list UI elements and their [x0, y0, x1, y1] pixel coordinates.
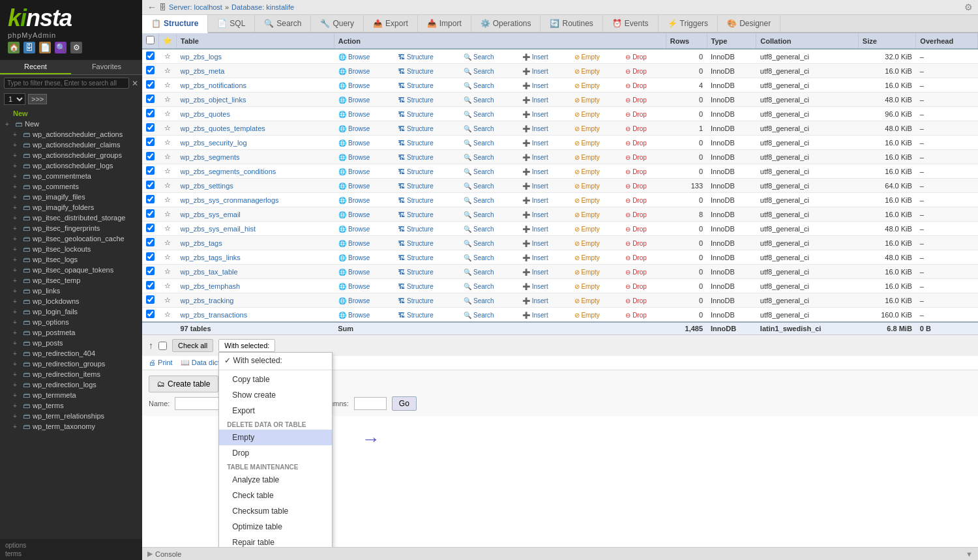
- check-all-button[interactable]: Check all: [172, 339, 213, 352]
- star-icon[interactable]: ☆: [159, 49, 177, 64]
- favorites-tab[interactable]: Favorites: [71, 60, 142, 74]
- tree-item[interactable]: +🗃wp_login_fails: [0, 306, 142, 317]
- tree-item[interactable]: +🗃wp_itsec_logs: [0, 254, 142, 265]
- tree-item[interactable]: +🗃wp_itsec_lockouts: [0, 244, 142, 254]
- star-icon[interactable]: ☆: [159, 78, 177, 93]
- star-icon[interactable]: ☆: [159, 236, 177, 250]
- sidebar-terms[interactable]: terms: [5, 550, 137, 557]
- star-icon[interactable]: ☆: [159, 150, 177, 164]
- dropdown-item-optimize-table[interactable]: Optimize table: [219, 519, 332, 535]
- tree-item[interactable]: +🗃wp_itsec_fingerprints: [0, 223, 142, 233]
- tree-item[interactable]: +🗃wp_itsec_geolocation_cache: [0, 233, 142, 244]
- tree-item[interactable]: +🗃wp_posts: [0, 338, 142, 348]
- tab-events[interactable]: ⏰Events: [603, 15, 659, 32]
- dropdown-item-empty[interactable]: Empty: [219, 430, 332, 445]
- dropdown-with-selected[interactable]: With selected:: [219, 353, 332, 368]
- tab-structure[interactable]: 📋Structure: [142, 15, 208, 33]
- star-icon[interactable]: ☆: [159, 179, 177, 193]
- print-link[interactable]: 🖨 Print: [149, 359, 173, 367]
- dropdown-item-analyze-table[interactable]: Analyze table: [219, 472, 332, 488]
- star-icon[interactable]: ☆: [159, 279, 177, 293]
- clear-filter-icon[interactable]: ✕: [132, 79, 138, 88]
- tab-export[interactable]: 📤Export: [364, 15, 418, 32]
- tab-query[interactable]: 🔧Query: [311, 15, 364, 32]
- create-table-button[interactable]: 🗂 Create table: [149, 376, 218, 392]
- tab-search[interactable]: 🔍Search: [255, 15, 311, 32]
- dropdown-item-export[interactable]: Export: [219, 403, 332, 419]
- dropdown-item-repair-table[interactable]: Repair table: [219, 535, 332, 547]
- tree-item[interactable]: +🗃wp_redirection_404: [0, 348, 142, 359]
- sql-icon[interactable]: 📄: [39, 42, 51, 53]
- tree-item[interactable]: +🗃wp_term_relationships: [0, 411, 142, 421]
- tree-item[interactable]: +🗃wp_postmeta: [0, 327, 142, 338]
- header-table[interactable]: Table: [177, 33, 334, 49]
- dropdown-item-checksum-table[interactable]: Checksum table: [219, 503, 332, 519]
- tree-item[interactable]: +🗃wp_lockdowns: [0, 296, 142, 306]
- page-select[interactable]: 1: [4, 93, 25, 105]
- tree-item[interactable]: +🗃wp_actionscheduler_claims: [0, 140, 142, 150]
- breadcrumb-db[interactable]: Database: kinstalife: [231, 3, 294, 11]
- star-icon[interactable]: ☆: [159, 164, 177, 179]
- dropdown-item-check-table[interactable]: Check table: [219, 488, 332, 503]
- star-icon[interactable]: ☆: [159, 64, 177, 78]
- header-size[interactable]: Size: [858, 33, 916, 49]
- tab-import[interactable]: 📥Import: [418, 15, 471, 32]
- home-icon[interactable]: 🏠: [8, 42, 20, 53]
- tree-item[interactable]: +🗃wp_actionscheduler_actions: [0, 129, 142, 140]
- tree-item[interactable]: +🗃wp_itsec_opaque_tokens: [0, 265, 142, 275]
- star-icon[interactable]: ☆: [159, 121, 177, 136]
- settings-icon[interactable]: ⚙: [70, 42, 82, 53]
- tab-triggers[interactable]: ⚡Triggers: [659, 15, 719, 32]
- next-page-btn[interactable]: >>>: [28, 94, 47, 104]
- dropdown-item-drop[interactable]: Drop: [219, 445, 332, 461]
- header-type[interactable]: Type: [707, 33, 756, 49]
- tab-sql[interactable]: 📄SQL: [208, 15, 255, 32]
- recent-tab[interactable]: Recent: [0, 60, 71, 74]
- with-selected-button[interactable]: With selected:: [218, 339, 275, 352]
- header-rows[interactable]: Rows: [666, 33, 707, 49]
- console-collapse[interactable]: ▼: [966, 550, 973, 558]
- tab-designer[interactable]: 🎨Designer: [718, 15, 780, 32]
- tree-item[interactable]: +🗃wp_options: [0, 317, 142, 327]
- star-icon[interactable]: ☆: [159, 107, 177, 121]
- console-toggle[interactable]: Console: [155, 550, 181, 558]
- star-icon[interactable]: ☆: [159, 93, 177, 107]
- star-icon[interactable]: ☆: [159, 136, 177, 150]
- check-all-checkbox[interactable]: [158, 342, 167, 350]
- columns-input[interactable]: 4: [354, 397, 387, 410]
- dropdown-item-show-create[interactable]: Show create: [219, 387, 332, 403]
- filter-input[interactable]: [4, 78, 129, 89]
- sidebar-options[interactable]: options: [5, 542, 137, 549]
- star-icon[interactable]: ☆: [159, 193, 177, 207]
- back-button[interactable]: ←: [147, 2, 156, 12]
- dropdown-item-copy-table[interactable]: Copy table: [219, 372, 332, 387]
- tree-item[interactable]: +🗃wp_itsec_distributed_storage: [0, 213, 142, 223]
- tree-item[interactable]: +🗃wp_comments: [0, 181, 142, 192]
- star-icon[interactable]: ☆: [159, 207, 177, 222]
- tree-item[interactable]: +🗃wp_links: [0, 286, 142, 296]
- tree-item[interactable]: +🗃wp_actionscheduler_groups: [0, 150, 142, 160]
- star-icon[interactable]: ☆: [159, 250, 177, 265]
- go-button[interactable]: Go: [392, 396, 417, 411]
- star-icon[interactable]: ☆: [159, 265, 177, 279]
- tree-item[interactable]: +🗃wp_itsec_temp: [0, 275, 142, 286]
- tree-item[interactable]: +🗃wp_commentmeta: [0, 171, 142, 181]
- tree-item[interactable]: +🗃wp_imagify_files: [0, 192, 142, 202]
- database-icon[interactable]: 🗄: [23, 42, 35, 53]
- star-icon[interactable]: ☆: [159, 293, 177, 308]
- tree-item[interactable]: +🗃wp_redirection_groups: [0, 359, 142, 369]
- tree-item[interactable]: +🗃wp_redirection_items: [0, 369, 142, 379]
- breadcrumb-server[interactable]: Server: localhost: [169, 3, 222, 11]
- tree-item[interactable]: +🗃wp_term_taxonomy: [0, 421, 142, 432]
- tree-item[interactable]: +🗃New: [0, 119, 142, 129]
- star-icon[interactable]: ☆: [159, 222, 177, 236]
- header-overhead[interactable]: Overhead: [916, 33, 978, 49]
- topbar-settings-icon[interactable]: ⚙: [964, 2, 973, 12]
- tree-item[interactable]: +🗃wp_termmeta: [0, 390, 142, 400]
- tab-routines[interactable]: 🔄Routines: [541, 15, 602, 32]
- header-checkbox[interactable]: [142, 33, 159, 49]
- tree-item[interactable]: +🗃wp_redirection_logs: [0, 379, 142, 390]
- tab-operations[interactable]: ⚙️Operations: [471, 15, 541, 32]
- tree-item[interactable]: +🗃wp_imagify_folders: [0, 202, 142, 213]
- tree-item[interactable]: +🗃wp_terms: [0, 400, 142, 411]
